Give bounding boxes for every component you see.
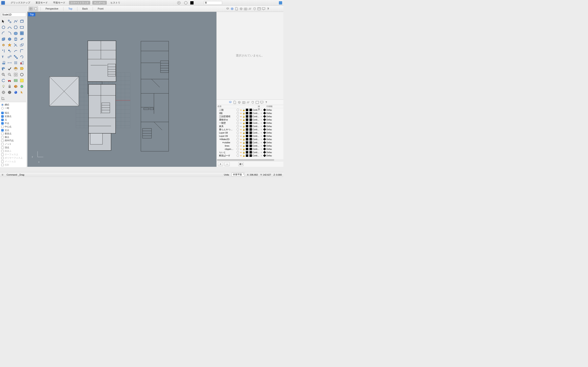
layer-row[interactable]: Layer 08 ● 🔒 Conti…◇ Defau xyxy=(217,131,283,134)
rotate-tool[interactable] xyxy=(19,54,25,59)
layer-row[interactable]: ▼Make2D ● 🔒 Conti…◇ Defau xyxy=(217,138,283,141)
trim-tool[interactable] xyxy=(13,42,18,48)
scale-tool[interactable] xyxy=(19,60,25,66)
osnap-check-0[interactable]: 端点 xyxy=(1,111,25,115)
bend-tool[interactable] xyxy=(13,48,18,54)
extrude-tool[interactable] xyxy=(1,60,6,66)
layer-row[interactable]: ▼visible ● 🔒 Conti…◇ Defau xyxy=(217,141,283,144)
layer-row[interactable]: lines ● 🔒 Conti…◇ Defau xyxy=(217,144,283,147)
light-icon[interactable] xyxy=(253,7,256,11)
layers-list[interactable]: 二階 ● 🔒 Conti…◇ Defau3階 ● 🔒 Conti…◇ Defau… xyxy=(217,108,283,159)
osnap-check-6[interactable]: 垂直点 xyxy=(1,132,25,135)
cam-tab-icon[interactable] xyxy=(242,100,246,104)
picture-tool[interactable] xyxy=(13,78,18,83)
box-tab-icon[interactable] xyxy=(237,100,241,104)
sphere-tool[interactable] xyxy=(7,36,12,42)
layer-row[interactable]: 屋根伏せ ● 🔒 Conti…◇ Defau xyxy=(217,118,283,121)
pointer-tool[interactable] xyxy=(1,19,6,24)
box-icon[interactable] xyxy=(239,7,243,11)
arc2-tool[interactable] xyxy=(7,31,12,36)
fillet-tool[interactable] xyxy=(19,48,25,54)
osnap-check-3[interactable]: 中点 xyxy=(1,122,25,125)
point-tool[interactable] xyxy=(1,48,6,54)
layers-icon[interactable] xyxy=(226,7,229,11)
single-view-icon[interactable] xyxy=(34,7,38,11)
pointon-tool[interactable] xyxy=(7,48,12,54)
box-tool[interactable] xyxy=(1,36,6,42)
properties-icon[interactable] xyxy=(230,7,234,11)
plane-tool[interactable] xyxy=(19,36,25,42)
shape-tool[interactable] xyxy=(19,66,25,71)
menu-planar[interactable]: 平面モード xyxy=(52,1,67,5)
camera-icon[interactable] xyxy=(244,7,247,11)
menu-ortho[interactable]: 直交モード xyxy=(34,1,49,5)
hatch-tab-icon[interactable] xyxy=(246,100,250,104)
osnap-check-5[interactable]: 交点 xyxy=(1,128,25,132)
osnap-check-2[interactable]: 点 xyxy=(1,118,25,122)
rect2-tool[interactable] xyxy=(19,25,25,30)
layer-row[interactable]: 二階 ● 🔒 Conti…◇ Defau xyxy=(217,108,283,111)
loft-tool[interactable] xyxy=(1,66,6,71)
osnap-check-7[interactable]: 接点 xyxy=(1,135,25,139)
display-icon[interactable] xyxy=(262,7,265,11)
lock-tool[interactable] xyxy=(7,84,12,89)
polygon-tool[interactable] xyxy=(13,25,18,30)
shade-tool[interactable] xyxy=(7,90,12,95)
car-tool[interactable] xyxy=(7,78,12,83)
array-tool[interactable] xyxy=(13,60,18,66)
layer-row[interactable]: 一階壁 ● 🔒 Conti…◇ Defau xyxy=(217,121,283,125)
layers-tab-icon[interactable] xyxy=(228,100,232,104)
osnap-check-10[interactable]: 頂点 xyxy=(1,146,25,149)
document-icon[interactable] xyxy=(235,7,238,11)
circle-icon[interactable] xyxy=(184,1,187,4)
tab-back[interactable]: Back xyxy=(79,7,91,11)
zoomwin-tool[interactable] xyxy=(19,72,25,77)
color-tool[interactable] xyxy=(19,84,25,89)
disp-tab-icon[interactable] xyxy=(260,100,264,104)
text-tool[interactable]: T xyxy=(1,54,6,59)
offset-tool[interactable] xyxy=(19,42,25,48)
layer-row[interactable]: Layer 09 ● 🔒 Conti…◇ Defau xyxy=(217,134,283,138)
tab-top[interactable]: Top xyxy=(66,7,75,11)
material-tool[interactable] xyxy=(13,84,18,89)
add-layer-button[interactable]: + xyxy=(218,162,223,166)
panel-icon[interactable] xyxy=(257,7,261,11)
undo-tool[interactable] xyxy=(1,78,6,83)
move-tool[interactable] xyxy=(7,54,12,59)
hatch-icon[interactable] xyxy=(248,7,252,11)
mesh-tool[interactable] xyxy=(13,66,18,71)
check-tool[interactable] xyxy=(7,66,12,71)
layer-row[interactable]: 家具 ● 🔒 Conti…◇ Defau xyxy=(217,125,283,128)
cplane-selector[interactable]: 作業平面 xyxy=(232,173,245,176)
tab-perspective[interactable]: Perspective xyxy=(43,7,61,11)
layer-row[interactable]: 断面ぱーす ● 🔒 Conti…◇ Defau xyxy=(217,154,283,157)
circle-tool[interactable] xyxy=(1,25,6,30)
doc-tab-icon[interactable] xyxy=(233,100,237,104)
color-swatch[interactable] xyxy=(190,1,194,4)
osnap-check-9[interactable]: ノット xyxy=(1,142,25,146)
layer-row[interactable]: 三回壁透明 ● 🔒 Conti…◇ Defau xyxy=(217,115,283,118)
right-app-icon[interactable] xyxy=(279,1,282,4)
menu-gumball[interactable]: ガムボール xyxy=(92,1,107,5)
viewport[interactable]: Top xyxy=(27,12,216,167)
polyline-tool[interactable] xyxy=(13,19,18,24)
osnap-check-8[interactable]: 四半円点 xyxy=(1,139,25,142)
panel-tab-icon[interactable] xyxy=(255,100,259,104)
render-tool[interactable] xyxy=(13,90,18,95)
osnap-radio-0[interactable]: 継続 xyxy=(1,103,25,106)
menu-smarttrack[interactable]: スマートトラック xyxy=(69,1,90,5)
cylinder-tool[interactable] xyxy=(13,36,18,42)
tab-front[interactable]: Front xyxy=(95,7,106,11)
menu-icon[interactable]: ≡ xyxy=(2,173,3,176)
layers-h-scroll[interactable] xyxy=(217,159,283,161)
help-icon[interactable]: ? xyxy=(266,7,270,11)
osnap-check-4[interactable]: 中心点 xyxy=(1,125,25,128)
osnap-radio-1[interactable]: 一時 xyxy=(1,106,25,110)
cplane-tool[interactable] xyxy=(1,96,6,101)
layer-row[interactable]: clippin… ● 🔒 Conti…◇ Defau xyxy=(217,147,283,151)
wire-tool[interactable] xyxy=(1,90,6,95)
curve-tool[interactable] xyxy=(7,25,12,30)
lasso-tool[interactable] xyxy=(7,19,12,24)
select-tool[interactable] xyxy=(19,78,25,83)
light-tab-icon[interactable] xyxy=(251,100,255,104)
